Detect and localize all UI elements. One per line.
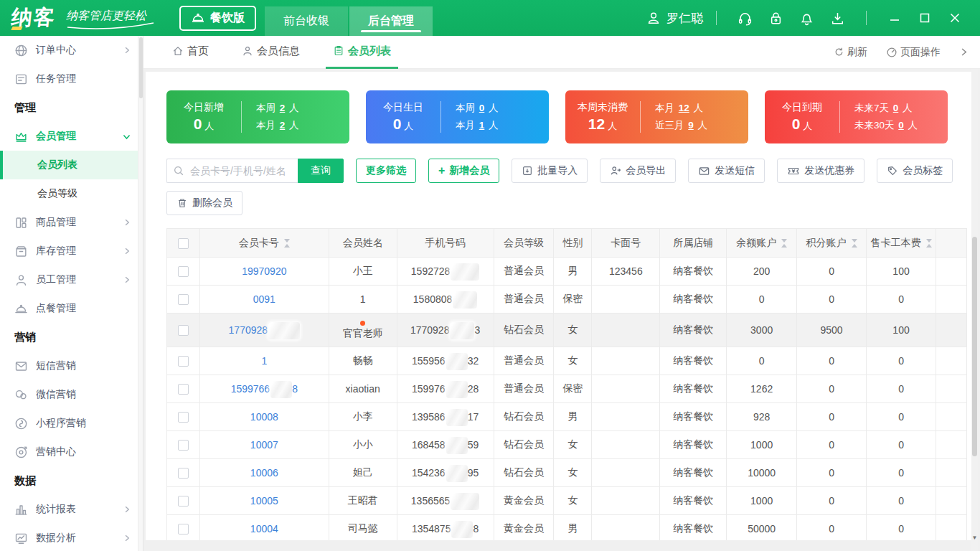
edition-button[interactable]: 餐饮版 <box>179 6 256 31</box>
sort-icon[interactable] <box>852 239 857 248</box>
sidebar-item-统计报表[interactable]: 统计报表 <box>0 495 143 524</box>
close-button[interactable] <box>940 12 970 24</box>
notice-dot <box>360 321 365 326</box>
sidebar-item-会员列表[interactable]: 会员列表 <box>0 151 143 179</box>
page-operations-button[interactable]: 页面操作 <box>886 46 941 59</box>
sidebar-item-微信营销[interactable]: 微信营销 <box>0 380 143 409</box>
member-card-link[interactable]: 10007 <box>250 439 278 451</box>
chevron-right-icon[interactable] <box>959 47 969 57</box>
sort-icon[interactable] <box>926 239 932 248</box>
scrollbar-thumb[interactable] <box>972 237 977 456</box>
sidebar-item-小程序营销[interactable]: 小程序营销 <box>0 409 143 438</box>
row-checkbox[interactable] <box>178 468 189 479</box>
scrollbar-down-arrow[interactable]: ▼ <box>971 534 978 541</box>
sidebar-item-营销中心[interactable]: 营销中心 <box>0 438 143 466</box>
sidebar-item-短信营销[interactable]: 短信营销 <box>0 352 143 380</box>
send-sms-button[interactable]: 发送短信 <box>688 159 765 183</box>
column-header-积分账户[interactable]: 积分账户 <box>797 229 867 258</box>
query-button[interactable]: 查询 <box>298 159 344 183</box>
stat-sublink[interactable]: 2 <box>280 120 286 131</box>
nav-backend-admin[interactable]: 后台管理 <box>349 6 433 36</box>
row-checkbox[interactable] <box>178 356 189 367</box>
cell-points: 0 <box>797 286 867 314</box>
select-all-header[interactable] <box>167 229 200 258</box>
sidebar-item-会员等级[interactable]: 会员等级 <box>0 179 143 208</box>
column-header-余额账户[interactable]: 余额账户 <box>727 229 797 258</box>
stat-sublink[interactable]: 0 <box>479 103 485 113</box>
row-checkbox[interactable] <box>178 440 189 451</box>
sidebar-item-数据分析[interactable]: 数据分析 <box>0 524 143 551</box>
member-card-link[interactable]: 19970920 <box>242 265 286 277</box>
cell-points: 0 <box>797 403 867 431</box>
send-coupon-button[interactable]: 发送优惠券 <box>777 159 864 183</box>
download-icon[interactable] <box>822 11 853 26</box>
minimize-button[interactable] <box>880 12 910 24</box>
member-search-input[interactable] <box>166 159 298 183</box>
chevron-down-icon <box>122 132 131 141</box>
member-card-link[interactable]: 10005 <box>250 495 278 507</box>
stat-sublink[interactable]: 2 <box>280 103 286 113</box>
bell-icon[interactable] <box>791 11 822 26</box>
cell-phone: 17709283 <box>397 314 494 347</box>
lock-icon[interactable] <box>760 11 791 26</box>
member-card-link[interactable]: 10008 <box>250 411 278 423</box>
row-checkbox[interactable] <box>178 294 189 305</box>
plus-icon: + <box>438 164 445 177</box>
row-checkbox[interactable] <box>178 524 189 534</box>
stat-title: 今日到期 <box>765 101 839 114</box>
export-member-button[interactable]: 会员导出 <box>600 159 676 183</box>
member-card-link[interactable]: 10006 <box>250 467 278 479</box>
tab-会员信息[interactable]: 会员信息 <box>235 36 307 69</box>
sidebar-item-商品管理[interactable]: 商品管理 <box>0 208 143 237</box>
sort-icon[interactable] <box>781 239 787 248</box>
sidebar-item-库存管理[interactable]: 库存管理 <box>0 237 143 265</box>
row-checkbox[interactable] <box>178 266 189 277</box>
privacy-blur <box>268 322 300 339</box>
member-tag-button[interactable]: 会员标签 <box>877 159 953 183</box>
row-checkbox[interactable] <box>178 412 189 423</box>
sidebar-item-会员管理[interactable]: 会员管理 <box>0 122 143 151</box>
privacy-blur <box>270 381 292 398</box>
sidebar-item-点餐管理[interactable]: 点餐管理 <box>0 294 143 323</box>
batch-import-button[interactable]: 批量导入 <box>512 159 588 183</box>
stat-sublink[interactable]: 0 <box>898 120 904 131</box>
table-scrollbar[interactable]: ▼ <box>971 69 978 551</box>
column-header-会员卡号[interactable]: 会员卡号 <box>199 229 329 258</box>
sort-icon[interactable] <box>284 239 290 248</box>
cell-cardface <box>592 487 660 515</box>
delete-member-button[interactable]: 删除会员 <box>166 191 242 215</box>
maximize-button[interactable] <box>910 12 940 24</box>
stat-sublink[interactable]: 9 <box>688 120 694 131</box>
tab-首页[interactable]: 首页 <box>165 36 216 69</box>
tab-会员列表[interactable]: 会员列表 <box>326 36 398 69</box>
column-header-售卡工本费[interactable]: 售卡工本费 <box>867 229 936 258</box>
row-checkbox[interactable] <box>178 384 189 395</box>
member-card-link[interactable]: 1 <box>261 355 267 367</box>
user-menu[interactable]: 罗仁聪 <box>646 10 703 27</box>
refresh-button[interactable]: 刷新 <box>834 46 867 59</box>
cell-phone: 13548758 <box>397 515 494 541</box>
member-card-link[interactable]: 1599766 <box>231 383 270 395</box>
cell-phone: 1356565 <box>397 487 494 515</box>
stat-sublink[interactable]: 0 <box>893 103 899 113</box>
select-all-checkbox[interactable] <box>178 238 189 249</box>
sidebar-item-任务管理[interactable]: 任务管理 <box>0 65 143 93</box>
add-member-button[interactable]: +新增会员 <box>428 159 499 183</box>
cell-card-no: 15997668 <box>199 375 329 403</box>
row-checkbox[interactable] <box>178 325 189 336</box>
nav-front-cashier[interactable]: 前台收银 <box>265 6 348 36</box>
member-card-link[interactable]: 0091 <box>253 293 275 305</box>
more-filter-button[interactable]: 更多筛选 <box>356 159 416 183</box>
member-card-link[interactable]: 10004 <box>250 523 278 534</box>
cell-balance: 0 <box>727 286 797 314</box>
stat-sublink[interactable]: 12 <box>679 103 689 113</box>
cell-fee: 100 <box>867 314 936 347</box>
sidebar-scrollbar[interactable] <box>138 36 143 551</box>
row-checkbox[interactable] <box>178 496 189 507</box>
stat-sublink[interactable]: 1 <box>479 120 485 131</box>
cell-name: 司马懿 <box>329 515 397 541</box>
headset-icon[interactable] <box>730 11 760 26</box>
member-card-link[interactable]: 1770928 <box>229 324 268 336</box>
sidebar-item-员工管理[interactable]: 员工管理 <box>0 265 143 294</box>
sidebar-item-订单中心[interactable]: 订单中心 <box>0 36 143 65</box>
